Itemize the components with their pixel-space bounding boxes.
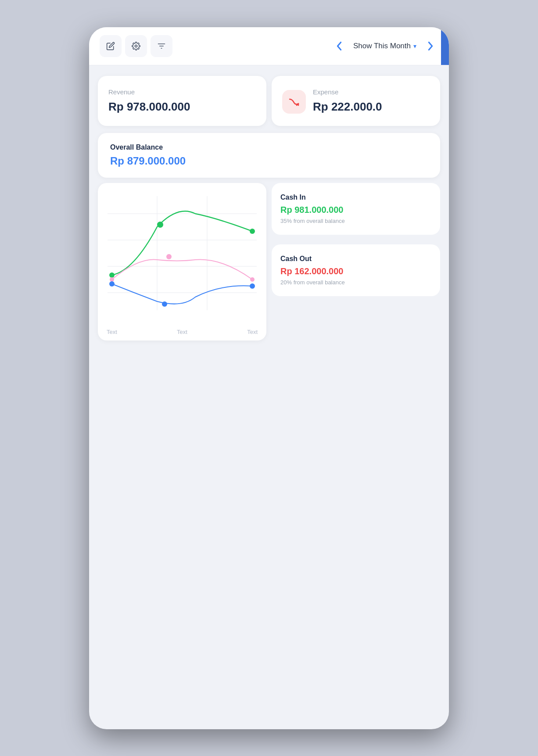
overall-balance-label: Overall Balance <box>110 143 428 151</box>
balance-row: Overall Balance Rp 879.000.000 <box>98 133 440 178</box>
revenue-card: Revenue Rp 978.000.000 <box>98 76 266 126</box>
chart-x-label-2: Text <box>177 329 187 335</box>
revenue-value: Rp 978.000.000 <box>108 100 256 114</box>
cash-out-value: Rp 162.000.000 <box>280 266 431 276</box>
expense-card: Expense Rp 222.000.0 <box>272 76 440 126</box>
toolbar: Show This Month ▾ <box>89 27 449 65</box>
svg-point-17 <box>162 301 167 307</box>
settings-button[interactable] <box>125 35 147 57</box>
cash-in-label: Cash In <box>280 193 431 201</box>
cash-in-value: Rp 981.000.000 <box>280 205 431 215</box>
top-cards: Revenue Rp 978.000.000 Expense Rp 222.00… <box>89 65 449 133</box>
chevron-down-icon: ▾ <box>413 43 416 50</box>
line-chart <box>105 192 259 323</box>
month-dropdown-button[interactable]: Show This Month ▾ <box>349 39 421 53</box>
cash-out-label: Cash Out <box>280 255 431 263</box>
cash-in-sub: 35% from overall balance <box>280 218 431 224</box>
overall-balance-value: Rp 879.000.000 <box>110 155 428 167</box>
expense-icon <box>282 90 306 114</box>
month-selector: Show This Month ▾ <box>331 38 438 54</box>
cash-out-card: Cash Out Rp 162.000.000 20% from overall… <box>272 244 440 296</box>
svg-point-10 <box>109 272 115 278</box>
blue-accent-bar <box>441 27 449 65</box>
lower-section: Text Text Text Cash In Rp 981.000.000 35… <box>89 183 449 351</box>
right-stats: Cash In Rp 981.000.000 35% from overall … <box>272 183 440 296</box>
svg-point-11 <box>157 222 163 228</box>
revenue-label: Revenue <box>108 88 256 96</box>
chart-x-label-3: Text <box>247 329 258 335</box>
phone-container: Show This Month ▾ Revenue Rp 978.000.000 <box>89 27 449 729</box>
svg-point-18 <box>250 283 255 289</box>
overall-balance-card: Overall Balance Rp 879.000.000 <box>98 133 440 178</box>
prev-month-button[interactable] <box>331 38 347 54</box>
chart-x-label-1: Text <box>107 329 117 335</box>
expense-label: Expense <box>313 88 382 96</box>
svg-point-13 <box>110 277 114 282</box>
expense-value: Rp 222.000.0 <box>313 100 382 114</box>
filter-button[interactable] <box>151 35 172 57</box>
cash-out-sub: 20% from overall balance <box>280 279 431 286</box>
edit-button[interactable] <box>100 35 122 57</box>
lower-grid: Text Text Text Cash In Rp 981.000.000 35… <box>98 183 440 340</box>
cash-in-card: Cash In Rp 981.000.000 35% from overall … <box>272 183 440 235</box>
month-label: Show This Month <box>353 42 411 50</box>
chart-x-labels: Text Text Text <box>105 325 259 335</box>
next-month-button[interactable] <box>423 38 438 54</box>
svg-point-12 <box>250 229 255 234</box>
svg-point-0 <box>135 45 137 47</box>
svg-point-14 <box>166 254 172 259</box>
svg-point-15 <box>250 277 255 282</box>
chart-card: Text Text Text <box>98 183 266 340</box>
svg-point-16 <box>109 281 115 287</box>
